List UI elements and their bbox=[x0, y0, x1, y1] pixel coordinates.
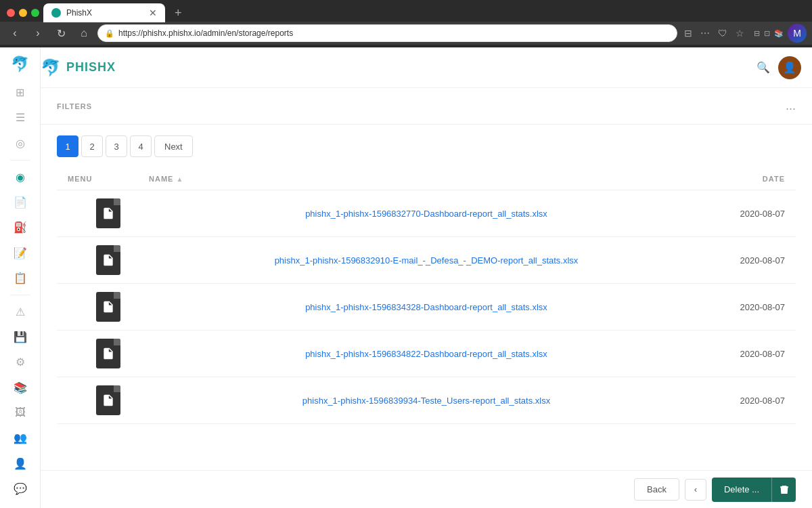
prev-arrow-icon: ‹ bbox=[694, 484, 697, 494]
search-icon[interactable]: 🔍 bbox=[757, 61, 770, 74]
analytics-icon: ◉ bbox=[16, 171, 25, 184]
sidebar-item-dashboard[interactable]: ⊞ bbox=[7, 81, 34, 104]
table-row: phishx_1-phishx-1596832770-Dashboard-rep… bbox=[57, 190, 796, 237]
active-browser-tab[interactable]: PhishX ✕ bbox=[43, 3, 165, 22]
settings-icon: ⚙ bbox=[16, 356, 25, 368]
row-date-cell-1: 2020-08-07 bbox=[704, 209, 785, 219]
sidebar-logo: 🐬 bbox=[11, 56, 29, 73]
row-menu-cell-1 bbox=[68, 198, 149, 228]
sidebar-item-library[interactable]: 📚 bbox=[7, 377, 34, 399]
sidebar-item-users[interactable]: 👥 bbox=[7, 427, 34, 449]
file-link-4[interactable]: phishx_1-phishx-1596834822-Dashboard-rep… bbox=[305, 349, 547, 359]
back-button[interactable]: Back bbox=[634, 478, 679, 501]
back-nav-button[interactable]: ‹ bbox=[5, 24, 24, 43]
page-4-button[interactable]: 4 bbox=[130, 135, 152, 157]
file-icon-3 bbox=[96, 292, 120, 322]
file-link-5[interactable]: phishx_1-phishx-1596839934-Teste_Users-r… bbox=[302, 396, 550, 406]
content-area: FILTERS ... 1 2 3 4 Next MENU NAME ▲ bbox=[41, 88, 812, 470]
svg-rect-14 bbox=[106, 403, 109, 404]
file-link-1[interactable]: phishx_1-phishx-1596832770-Dashboard-rep… bbox=[305, 209, 547, 219]
sidebar-item-settings[interactable]: ⚙ bbox=[7, 351, 34, 373]
home-button[interactable]: ⌂ bbox=[74, 24, 93, 43]
user-avatar[interactable]: 👤 bbox=[778, 56, 801, 79]
file-icon-4 bbox=[96, 339, 120, 368]
minimize-window-button[interactable] bbox=[19, 9, 27, 17]
svg-rect-0 bbox=[106, 213, 111, 214]
svg-rect-1 bbox=[106, 215, 111, 215]
sidebar-item-doc[interactable]: 📝 bbox=[7, 241, 34, 263]
browser-profile-avatar[interactable]: M bbox=[788, 24, 807, 43]
warning-icon: ⚠ bbox=[16, 305, 25, 318]
reports-icon: 📄 bbox=[14, 196, 27, 209]
row-name-cell-3[interactable]: phishx_1-phishx-1596834328-Dashboard-rep… bbox=[149, 301, 704, 313]
sidebar-item-chat[interactable]: 💬 bbox=[7, 478, 34, 500]
new-tab-button[interactable]: + bbox=[169, 6, 187, 20]
forward-nav-button[interactable]: › bbox=[28, 24, 47, 43]
row-name-cell-1[interactable]: phishx_1-phishx-1596832770-Dashboard-rep… bbox=[149, 207, 704, 219]
files-table: MENU NAME ▲ DATE bbox=[41, 168, 812, 424]
delete-button-group: Delete ... bbox=[712, 478, 796, 502]
delete-trash-button[interactable] bbox=[771, 478, 796, 502]
row-name-cell-5[interactable]: phishx_1-phishx-1596839934-Teste_Users-r… bbox=[149, 394, 704, 406]
svg-rect-7 bbox=[106, 308, 111, 309]
row-menu-cell-5 bbox=[68, 385, 149, 415]
filters-bar: FILTERS ... bbox=[41, 88, 812, 125]
shield-icon[interactable]: 🛡 bbox=[715, 25, 730, 41]
app-title: PHISHX bbox=[66, 60, 116, 75]
sidebar-item-doc2[interactable]: 📋 bbox=[7, 267, 34, 289]
users-icon: 👥 bbox=[14, 431, 27, 444]
app-logo: 🐬 PHISHX bbox=[41, 58, 116, 77]
sidebar-item-fuel[interactable]: ⛽ bbox=[7, 216, 34, 238]
sidebar-item-image[interactable]: 🖼 bbox=[7, 402, 34, 424]
table-row: phishx_1-phishx-1596839934-Teste_Users-r… bbox=[57, 377, 796, 424]
tab-close-button[interactable]: ✕ bbox=[149, 7, 157, 18]
maximize-window-button[interactable] bbox=[31, 9, 39, 17]
file-link-3[interactable]: phishx_1-phishx-1596834328-Dashboard-rep… bbox=[305, 302, 547, 312]
row-name-cell-4[interactable]: phishx_1-phishx-1596834822-Dashboard-rep… bbox=[149, 347, 704, 360]
row-date-cell-4: 2020-08-07 bbox=[704, 349, 785, 359]
page-3-button[interactable]: 3 bbox=[106, 135, 127, 157]
sidebar-item-warning[interactable]: ⚠ bbox=[7, 301, 34, 323]
star-icon[interactable]: ☆ bbox=[733, 25, 747, 41]
file-icon-5 bbox=[96, 385, 120, 415]
url-input[interactable] bbox=[118, 28, 670, 38]
sidebar-item-reports[interactable]: 📄 bbox=[7, 191, 34, 213]
svg-rect-12 bbox=[106, 400, 111, 401]
column-menu-header: MENU bbox=[68, 175, 149, 183]
svg-rect-2 bbox=[106, 216, 109, 217]
sidebar-item-storage[interactable]: 💾 bbox=[7, 326, 34, 348]
bookmarks-icon[interactable]: ⊟ bbox=[681, 25, 695, 41]
sidebar-item-user[interactable]: 👤 bbox=[7, 452, 34, 474]
table-row: phishx_1-phishx-1596832910-E-mail_-_Defe… bbox=[57, 237, 796, 284]
prev-button[interactable]: ‹ bbox=[685, 479, 706, 501]
row-name-cell-2[interactable]: phishx_1-phishx-1596832910-E-mail_-_Defe… bbox=[149, 254, 704, 266]
tab-title: PhishX bbox=[66, 8, 92, 18]
doc2-icon: 📋 bbox=[14, 272, 27, 284]
sidebar: 🐬 ⊞ ☰ ◎ ◉ 📄 ⛽ 📝 📋 ⚠ 💾 bbox=[0, 47, 41, 508]
row-date-cell-3: 2020-08-07 bbox=[704, 302, 785, 312]
extensions-icon[interactable]: ⋯ bbox=[698, 25, 713, 41]
svg-rect-3 bbox=[106, 260, 111, 261]
reload-button[interactable]: ↻ bbox=[51, 24, 70, 43]
sort-icon[interactable]: ▲ bbox=[176, 175, 183, 183]
svg-rect-6 bbox=[106, 307, 111, 308]
file-link-2[interactable]: phishx_1-phishx-1596832910-E-mail_-_Defe… bbox=[275, 255, 579, 266]
filters-more-button[interactable]: ... bbox=[786, 99, 796, 113]
address-bar[interactable]: 🔒 bbox=[97, 24, 677, 42]
page-2-button[interactable]: 2 bbox=[81, 135, 103, 157]
sidebar-item-target[interactable]: ◎ bbox=[7, 132, 34, 154]
delete-button[interactable]: Delete ... bbox=[712, 478, 771, 502]
close-window-button[interactable] bbox=[7, 9, 15, 17]
pagination-row: 1 2 3 4 Next bbox=[41, 125, 812, 168]
sidebar-item-analytics[interactable]: ◉ bbox=[7, 166, 34, 188]
row-date-cell-5: 2020-08-07 bbox=[704, 396, 785, 406]
list-icon: ☰ bbox=[16, 111, 25, 124]
svg-rect-8 bbox=[106, 310, 109, 310]
row-date-cell-2: 2020-08-07 bbox=[704, 255, 785, 266]
library-icon: 📚 bbox=[14, 381, 27, 394]
logo-dolphin-icon: 🐬 bbox=[11, 56, 29, 73]
page-1-button[interactable]: 1 bbox=[57, 135, 78, 157]
sidebar-item-list[interactable]: ☰ bbox=[7, 106, 34, 129]
sidebar-divider-2 bbox=[10, 295, 30, 295]
next-page-button[interactable]: Next bbox=[154, 135, 193, 157]
